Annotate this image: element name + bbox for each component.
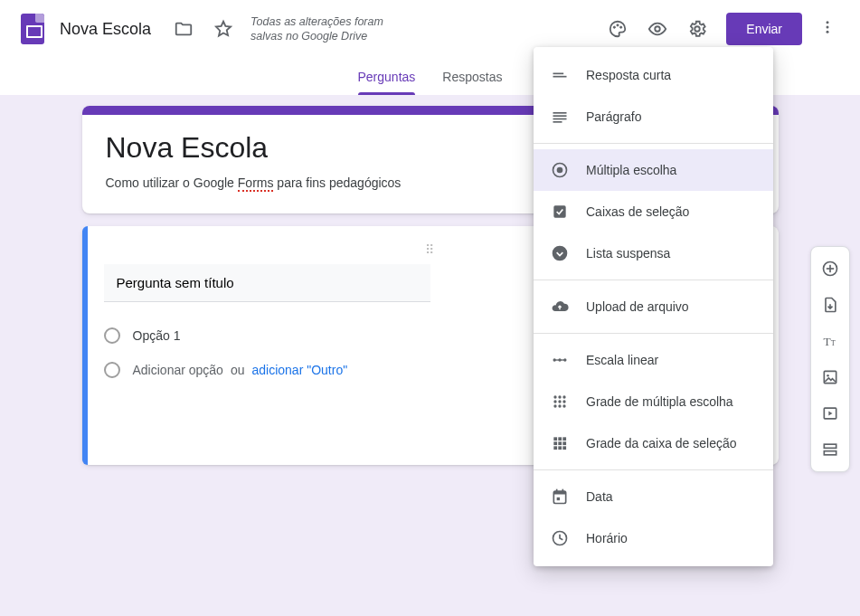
- import-questions-icon[interactable]: [814, 289, 846, 321]
- clock-icon: [550, 528, 570, 548]
- settings-icon[interactable]: [679, 11, 715, 47]
- svg-rect-43: [553, 491, 565, 494]
- dd-time-label: Horário: [586, 531, 628, 545]
- svg-point-28: [558, 400, 561, 403]
- dd-date-label: Data: [586, 489, 613, 504]
- radio-selected-icon: [550, 160, 570, 180]
- dd-paragraph-label: Parágrafo: [586, 109, 641, 124]
- side-toolbar: TT: [810, 246, 850, 472]
- svg-point-3: [656, 26, 661, 32]
- svg-rect-10: [553, 73, 564, 75]
- dropdown-circle-icon: [550, 243, 570, 263]
- svg-point-17: [557, 167, 563, 174]
- dd-file-upload-label: Upload de arquivo: [586, 299, 689, 314]
- svg-point-27: [553, 400, 556, 403]
- svg-point-2: [620, 26, 622, 28]
- more-options-icon[interactable]: [809, 19, 846, 39]
- svg-point-19: [553, 246, 568, 261]
- short-answer-icon: [550, 65, 570, 85]
- forms-logo[interactable]: [14, 11, 51, 47]
- star-icon[interactable]: [205, 11, 241, 47]
- svg-point-5: [827, 21, 829, 24]
- dropdown-separator: [534, 333, 773, 334]
- dd-mc-grid-label: Grade de múltipla escolha: [586, 394, 733, 409]
- form-desc-suffix: para fins pedagógicos: [273, 175, 401, 190]
- svg-point-26: [562, 395, 565, 398]
- dd-linear-scale-label: Escala linear: [586, 353, 658, 367]
- svg-point-31: [558, 404, 561, 407]
- dd-time[interactable]: Horário: [534, 517, 773, 559]
- radio-icon: [104, 327, 120, 344]
- add-other-link[interactable]: adicionar "Outro": [251, 363, 347, 377]
- paragraph-icon: [550, 107, 570, 127]
- svg-rect-44: [556, 489, 558, 493]
- add-section-icon[interactable]: [814, 433, 846, 466]
- svg-point-4: [695, 26, 701, 32]
- svg-rect-11: [553, 76, 567, 78]
- add-title-icon[interactable]: TT: [814, 325, 846, 357]
- question-type-dropdown: Resposta curta Parágrafo Múltipla escolh…: [534, 47, 773, 566]
- add-image-icon[interactable]: [814, 361, 846, 393]
- svg-rect-37: [558, 441, 562, 445]
- checkbox-icon: [550, 202, 570, 222]
- svg-point-32: [562, 404, 565, 407]
- dd-paragraph[interactable]: Parágrafo: [534, 96, 773, 137]
- svg-rect-23: [554, 359, 565, 360]
- dd-checkboxes-label: Caixas de seleção: [586, 204, 689, 219]
- form-desc-underlined: Forms: [238, 175, 274, 192]
- svg-point-6: [827, 26, 829, 29]
- radio-icon: [104, 362, 120, 378]
- dd-short-answer[interactable]: Resposta curta: [534, 54, 773, 96]
- dot-grid-icon: [550, 392, 570, 412]
- svg-rect-39: [553, 446, 557, 450]
- dd-checkboxes[interactable]: Caixas de seleção: [534, 191, 773, 232]
- square-grid-icon: [550, 433, 570, 453]
- svg-rect-50: [827, 268, 834, 270]
- svg-rect-36: [553, 441, 557, 445]
- svg-rect-15: [553, 121, 562, 123]
- add-option-text[interactable]: Adicionar opção: [133, 363, 223, 377]
- svg-rect-13: [553, 115, 567, 117]
- add-question-icon[interactable]: [814, 252, 846, 285]
- svg-rect-18: [553, 205, 565, 217]
- svg-point-25: [558, 395, 561, 398]
- dd-date[interactable]: Data: [534, 476, 773, 517]
- dd-linear-scale[interactable]: Escala linear: [534, 339, 773, 381]
- svg-rect-57: [824, 451, 836, 455]
- dropdown-separator: [534, 143, 773, 144]
- tab-questions[interactable]: Perguntas: [358, 70, 416, 95]
- dd-multiple-choice[interactable]: Múltipla escolha: [534, 149, 773, 191]
- svg-rect-35: [562, 437, 566, 441]
- send-button[interactable]: Enviar: [726, 13, 802, 45]
- dropdown-separator: [534, 280, 773, 280]
- folder-icon[interactable]: [165, 11, 202, 47]
- add-video-icon[interactable]: [814, 397, 846, 430]
- svg-rect-40: [558, 446, 562, 450]
- or-text: ou: [231, 363, 245, 377]
- svg-rect-14: [553, 118, 567, 120]
- svg-point-7: [827, 31, 829, 33]
- question-title-input[interactable]: [104, 264, 430, 302]
- dd-short-answer-label: Resposta curta: [586, 68, 671, 82]
- save-status: Todas as alterações foram salvas no Goog…: [250, 14, 413, 44]
- svg-point-0: [614, 26, 616, 28]
- document-title[interactable]: Nova Escola: [60, 20, 151, 39]
- dd-cb-grid[interactable]: Grade da caixa de seleção: [534, 422, 773, 464]
- tab-responses[interactable]: Respostas: [442, 70, 502, 95]
- svg-text:T: T: [824, 335, 831, 348]
- dd-dropdown[interactable]: Lista suspensa: [534, 232, 773, 274]
- svg-rect-45: [562, 489, 564, 493]
- preview-icon[interactable]: [639, 11, 676, 47]
- svg-rect-41: [562, 446, 566, 450]
- option-1-label[interactable]: Opção 1: [133, 328, 181, 343]
- upload-cloud-icon: [550, 297, 570, 317]
- svg-rect-34: [558, 437, 562, 441]
- svg-rect-33: [553, 437, 557, 441]
- linear-scale-icon: [550, 350, 570, 370]
- dd-mc-grid[interactable]: Grade de múltipla escolha: [534, 381, 773, 422]
- palette-icon[interactable]: [600, 11, 636, 47]
- dd-dropdown-label: Lista suspensa: [586, 246, 670, 261]
- svg-rect-56: [824, 444, 836, 448]
- svg-rect-38: [562, 441, 566, 445]
- dd-file-upload[interactable]: Upload de arquivo: [534, 286, 773, 327]
